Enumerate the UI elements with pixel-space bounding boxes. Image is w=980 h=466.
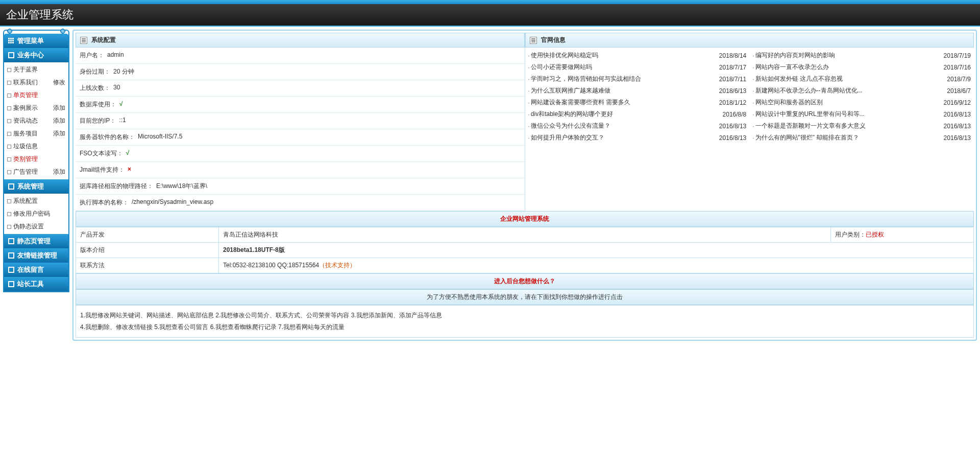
square-icon <box>8 267 14 273</box>
product-right: 用户类别：已授权 <box>831 227 974 243</box>
news-title[interactable]: 公司小还需要做网站吗 <box>531 63 715 72</box>
svg-rect-2 <box>12 38 14 39</box>
news-title[interactable]: 学而时习之，网络营销如何与实战相结合 <box>531 75 715 83</box>
sidebar-item-extra[interactable]: 修改 <box>53 78 65 87</box>
knob-right <box>60 29 65 34</box>
help-line-2[interactable]: 4.我想删除、修改友情链接 5.我想查看公司留言 6.我想查看蜘蛛爬行记录 7.… <box>80 321 969 333</box>
menu-bar-item[interactable]: 在线留言 <box>4 263 68 277</box>
sidebar-panel: 管理菜单 业务中心关于蓝界联系我们修改单页管理案例展示添加资讯动态添加服务项目添… <box>3 30 69 292</box>
sysconfig-panel: 系统配置 用户名：admin身份过期：20 分钟上线次数：30数据库使用：√目前… <box>76 33 525 211</box>
kv-value: admin <box>107 51 124 60</box>
news-date: 2018/6/13 <box>719 87 746 95</box>
menu-bar-label: 友情链接管理 <box>17 251 57 260</box>
sysconfig-row: 上线次数：30 <box>76 80 525 97</box>
bullet-icon: · <box>528 123 530 130</box>
kv-key: 数据库使用： <box>80 100 116 109</box>
sidebar-item[interactable]: 类别管理 <box>4 153 68 166</box>
news-item: ·新站如何发外链 这几点不容忽视2018/7/9 <box>752 73 971 85</box>
sidebar-item-extra[interactable]: 添加 <box>53 104 65 112</box>
sysconfig-row: FSO文本读写：√ <box>76 146 525 162</box>
news-item: ·为什么互联网推广越来越难做2018/6/13 <box>528 85 747 97</box>
product-section-bar: 企业网站管理系统 <box>76 211 974 227</box>
sidebar-item-extra[interactable]: 添加 <box>53 168 65 176</box>
bullet-icon: · <box>528 52 530 59</box>
sidebar-item-extra[interactable]: 添加 <box>53 129 65 138</box>
siteinfo-panel: 官网信息 ·使用快排优化网站稳定吗2018/8/14·公司小还需要做网站吗201… <box>525 33 974 211</box>
news-item: ·如何提升用户体验的交互？2016/8/13 <box>528 132 747 144</box>
product-value: 青岛正信达网络科技 <box>219 227 831 243</box>
list-icon <box>80 37 87 44</box>
news-item: ·学而时习之，网络营销如何与实战相结合2018/7/11 <box>528 73 747 85</box>
product-row: 联系方法Tel:0532-82138100 QQ:185715564（技术支持） <box>76 258 974 273</box>
sidebar-item[interactable]: 关于蓝界 <box>4 63 68 76</box>
sidebar-item[interactable]: 服务项目添加 <box>4 127 68 140</box>
news-title[interactable]: 使用快排优化网站稳定吗 <box>531 51 715 60</box>
news-title[interactable]: 网站设计中重复的URL里带有问号和等... <box>755 110 940 119</box>
sidebar-item[interactable]: 案例展示添加 <box>4 102 68 114</box>
menu-header-main: 管理菜单 <box>4 34 68 48</box>
sidebar-item-extra[interactable]: 添加 <box>53 116 65 125</box>
help-block: 1.我想修改网站关键词、网站描述、网站底部信息 2.我想修改公司简介、联系方式、… <box>76 305 974 338</box>
news-title[interactable]: 网站建设备案需要哪些资料 需要多久 <box>531 98 715 107</box>
news-title[interactable]: 网站内容一直不收录怎么办 <box>755 63 940 72</box>
square-icon <box>8 252 14 259</box>
sidebar-item[interactable]: 垃圾信息 <box>4 140 68 153</box>
sidebar-item[interactable]: 资讯动态添加 <box>4 114 68 127</box>
sidebar-item-label: 系统配置 <box>13 197 38 205</box>
news-date: 2018/8/14 <box>719 52 746 59</box>
bullet-icon: · <box>528 87 530 95</box>
sidebar-item[interactable]: 广告管理添加 <box>4 166 68 178</box>
square-icon <box>8 52 14 58</box>
menu-group-header[interactable]: 系统管理 <box>4 179 68 194</box>
tech-support-link[interactable]: （技术支持） <box>319 262 356 269</box>
kv-key: Jmail组件支持： <box>80 166 125 174</box>
bullet-icon: · <box>752 64 754 71</box>
bullet-icon: · <box>752 111 754 118</box>
news-title[interactable]: 一个标题是否新颖对一片文章有多大意义 <box>755 122 940 130</box>
sidebar-item-label: 关于蓝界 <box>13 65 38 74</box>
square-icon <box>8 281 14 287</box>
list-icon <box>530 37 537 44</box>
bullet-icon <box>7 199 11 203</box>
sidebar-item[interactable]: 联系我们修改 <box>4 76 68 89</box>
submenu: 系统配置修改用户密码伪静态设置 <box>4 194 68 234</box>
bullet-icon <box>7 132 11 136</box>
news-col-right: ·编写好的内容页对网站的影响2018/7/19·网站内容一直不收录怎么办2018… <box>749 50 974 144</box>
kv-key: 执行脚本的名称： <box>80 198 129 207</box>
kv-value: 30 <box>113 84 120 92</box>
sysconfig-row: Jmail组件支持：× <box>76 162 525 178</box>
news-date: 2016/8/13 <box>719 134 746 142</box>
sidebar-item[interactable]: 修改用户密码 <box>4 207 68 220</box>
menu-bar-item[interactable]: 静态页管理 <box>4 234 68 248</box>
menu-group-header[interactable]: 业务中心 <box>4 48 68 62</box>
news-title[interactable]: 为什么互联网推广越来越难做 <box>531 86 715 95</box>
sidebar-item[interactable]: 伪静态设置 <box>4 220 68 233</box>
grid-icon <box>8 38 14 44</box>
news-title[interactable]: 编写好的内容页对网站的影响 <box>755 51 940 60</box>
news-date: 2018/7/9 <box>947 76 971 83</box>
kv-key: 上线次数： <box>80 84 110 92</box>
news-item: ·网站内容一直不收录怎么办2018/7/16 <box>752 61 971 73</box>
news-title[interactable]: 新建网站不收录怎么办--青岛网站优化... <box>755 86 943 95</box>
product-label: 联系方法 <box>76 258 219 273</box>
news-title[interactable]: div和table架构的网站哪个更好 <box>531 110 719 119</box>
help-line-1[interactable]: 1.我想修改网站关键词、网站描述、网站底部信息 2.我想修改公司简介、联系方式、… <box>80 310 969 321</box>
sidebar-item[interactable]: 单页管理 <box>4 89 68 102</box>
bullet-icon <box>7 170 11 174</box>
menu-bar-label: 在线留言 <box>17 265 44 274</box>
news-title[interactable]: 新站如何发外链 这几点不容忽视 <box>755 75 943 83</box>
menu-bar-item[interactable]: 站长工具 <box>4 277 68 291</box>
news-title[interactable]: 网站空间和服务器的区别 <box>755 98 940 107</box>
sysconfig-row: 服务器软件的名称：Microsoft-IIS/7.5 <box>76 129 525 146</box>
news-date: 2018/7/16 <box>944 64 971 71</box>
kv-value: E:\www\18年\蓝界\ <box>156 182 207 191</box>
news-title[interactable]: 微信公众号为什么没有流量？ <box>531 122 715 130</box>
news-title[interactable]: 如何提升用户体验的交互？ <box>531 133 715 142</box>
news-title[interactable]: 为什么有的网站"很烂" 却能排在首页？ <box>755 133 940 142</box>
sidebar-item-label: 资讯动态 <box>13 116 38 125</box>
sidebar-item[interactable]: 系统配置 <box>4 195 68 207</box>
menu-bar-item[interactable]: 友情链接管理 <box>4 248 68 263</box>
bullet-icon: · <box>752 134 754 142</box>
news-date: 2018/6/7 <box>947 87 971 95</box>
kv-value: ::1 <box>119 116 126 125</box>
